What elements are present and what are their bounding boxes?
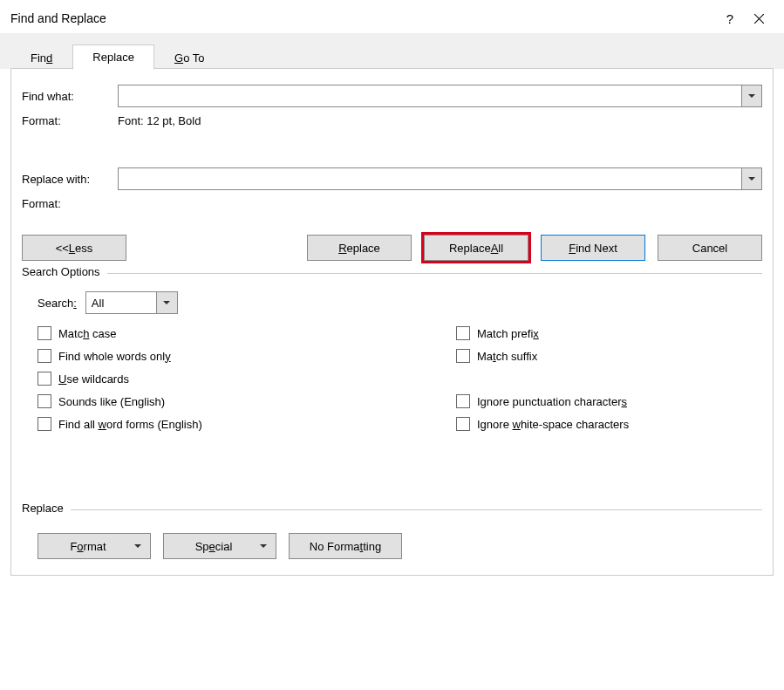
checkbox-icon [37,417,51,431]
ignore-punct-checkbox[interactable]: Ignore punctuation characters [456,394,762,408]
wildcards-checkbox[interactable]: Use wildcards [37,372,456,386]
ignore-ws-checkbox[interactable]: Ignore white-space characters [456,417,762,431]
find-what-dropdown[interactable] [741,85,762,107]
find-what-label: Find what: [22,90,118,103]
format-button[interactable]: Format [37,533,151,559]
tab-find[interactable]: Find [10,45,72,70]
chevron-down-icon [748,177,755,181]
caret-down-icon [260,544,267,548]
special-button[interactable]: Special [163,533,276,559]
cancel-button[interactable]: Cancel [658,235,762,261]
checkbox-icon [37,326,51,340]
find-what-input[interactable] [118,85,742,107]
checkbox-icon [456,417,470,431]
replace-legend: Replace [22,502,71,515]
replace-button[interactable]: Replace [307,235,412,261]
caret-down-icon [134,544,141,548]
replace-with-label: Replace with: [22,173,118,186]
search-direction-value: All [86,297,156,310]
search-direction-select[interactable]: All [85,291,178,314]
sounds-like-checkbox[interactable]: Sounds like (English) [37,394,456,408]
title-bar: Find and Replace ? [0,0,784,33]
find-format-value: Font: 12 pt, Bold [118,114,201,127]
dialog-title: Find and Replace [10,11,106,25]
titlebar-controls: ? [726,11,774,26]
word-forms-checkbox[interactable]: Find all word forms (English) [37,417,456,431]
whole-words-checkbox[interactable]: Find whole words only [37,349,456,363]
find-format-label: Format: [22,114,118,127]
dialog-content: Find what: Format: Font: 12 pt, Bold Rep… [10,68,774,576]
checkbox-icon [456,394,470,408]
checkbox-icon [37,394,51,408]
checkbox-icon [37,349,51,363]
less-button[interactable]: << Less [22,235,126,261]
checkbox-icon [456,326,470,340]
search-direction-dropdown-btn[interactable] [156,292,177,313]
replace-with-dropdown[interactable] [741,167,762,190]
replace-fieldset: Replace Format Special No Formatting [22,509,762,559]
close-icon[interactable] [753,11,767,25]
match-suffix-checkbox[interactable]: Match suffix [456,349,762,363]
checkbox-icon [37,372,51,386]
tab-replace[interactable]: Replace [72,44,154,70]
replace-with-input[interactable] [118,167,742,190]
chevron-down-icon [748,94,755,98]
find-next-button[interactable]: Find Next [541,235,645,261]
replace-all-button[interactable]: Replace All [424,235,528,261]
search-direction-label: Search: [37,297,77,310]
chevron-down-icon [163,301,170,304]
no-formatting-button[interactable]: No Formatting [289,533,402,559]
tab-goto[interactable]: Go To [154,45,224,70]
search-options-fieldset: Search Options Search: All Match case Fi… [22,273,762,559]
replace-format-label: Format: [22,197,118,210]
tab-strip: Find Replace Go To [0,33,784,69]
match-case-checkbox[interactable]: Match case [37,326,456,340]
checkbox-icon [456,349,470,363]
search-options-legend: Search Options [22,265,107,278]
match-prefix-checkbox[interactable]: Match prefix [456,326,762,340]
help-icon[interactable]: ? [726,11,733,26]
